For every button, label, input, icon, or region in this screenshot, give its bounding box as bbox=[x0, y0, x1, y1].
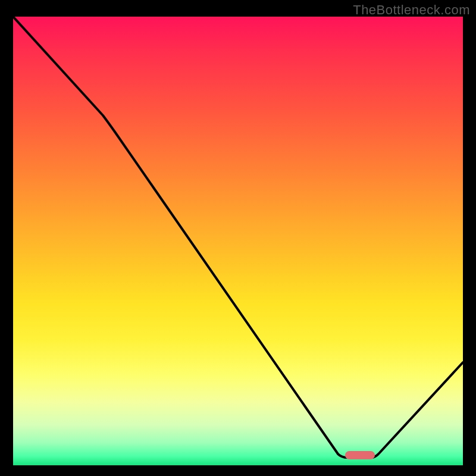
chart-frame: TheBottleneck.com bbox=[0, 0, 476, 476]
curve-path bbox=[13, 17, 463, 458]
optimal-point-marker bbox=[345, 451, 375, 459]
bottleneck-curve bbox=[13, 17, 463, 465]
watermark-text: TheBottleneck.com bbox=[353, 2, 470, 18]
plot-area bbox=[13, 17, 463, 465]
